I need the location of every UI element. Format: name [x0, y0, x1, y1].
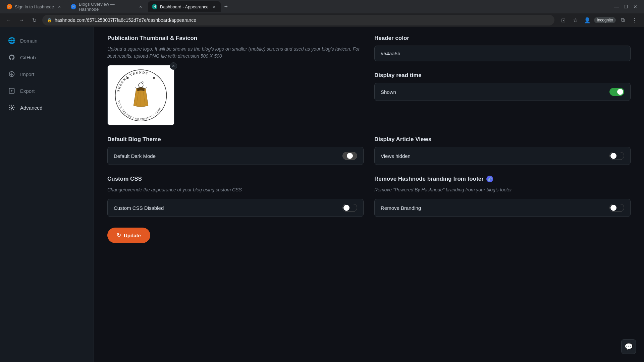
update-button[interactable]: ↻ Update — [107, 228, 150, 243]
tab-close-1[interactable]: ✕ — [57, 4, 62, 9]
header-color-section: Header color Display read time Shown — [374, 35, 631, 125]
svg-point-2 — [11, 107, 13, 109]
blog-theme-row: Default Dark Mode — [107, 147, 364, 165]
main-content: Publication Thumbnail & Favicon Upload a… — [94, 27, 644, 362]
article-views-title: Display Article Views — [374, 136, 631, 143]
profile-icon[interactable]: 👤 — [582, 15, 593, 25]
tab-close-3[interactable]: ✕ — [211, 4, 217, 9]
advanced-icon — [8, 104, 15, 111]
header-color-title: Header color — [374, 35, 631, 42]
chat-icon: 💬 — [625, 343, 633, 351]
dark-mode-label: Default Dark Mode — [114, 153, 156, 159]
sidebar-label-export: Export — [20, 88, 35, 94]
sidebar-item-advanced[interactable]: Advanced — [0, 99, 94, 116]
sidebar-item-github[interactable]: GitHub — [0, 49, 94, 66]
tab-favicon-2: H — [71, 4, 76, 9]
export-icon — [8, 87, 15, 95]
custom-css-section: Custom CSS Change/override the appearanc… — [107, 176, 364, 217]
display-read-time-title: Display read time — [374, 72, 631, 79]
sidebar-item-import[interactable]: Import — [0, 66, 94, 82]
svg-point-8 — [153, 77, 155, 78]
extensions-icon[interactable]: ⧉ — [617, 15, 628, 25]
remove-branding-description: Remove "Powered By Hashnode" branding fr… — [374, 186, 631, 193]
sidebar-item-export[interactable]: Export — [0, 82, 94, 99]
url-text: hashnode.com/6571258037f7fa8c152d7d7e/da… — [55, 17, 196, 23]
custom-css-toggle[interactable] — [342, 204, 357, 212]
github-icon — [8, 54, 15, 61]
remove-branding-knob — [610, 205, 616, 211]
thumbnail-image: SHEENA TRENDS YOUR TRENDY AND FRIENDLY S… — [107, 65, 174, 125]
bookmark-icon[interactable]: ☆ — [570, 15, 581, 25]
minimize-button[interactable]: — — [613, 3, 620, 10]
thumbnail-title: Publication Thumbnail & Favicon — [107, 35, 364, 42]
remove-branding-row: Remove Branding — [374, 199, 631, 217]
sidebar-label-domain: Domain — [20, 38, 38, 44]
middle-section: Default Blog Theme Default Dark Mode Dis… — [107, 136, 631, 165]
tab-favicon-1: H — [7, 4, 12, 9]
sidebar-item-domain[interactable]: 🌐 Domain — [0, 32, 94, 49]
top-section: Publication Thumbnail & Favicon Upload a… — [107, 35, 631, 125]
custom-css-label: Custom CSS Disabled — [114, 205, 164, 211]
url-bar[interactable]: 🔒 hashnode.com/6571258037f7fa8c152d7d7e/… — [42, 15, 554, 25]
toggle-knob — [617, 89, 623, 95]
blog-theme-section: Default Blog Theme Default Dark Mode — [107, 136, 364, 165]
back-button[interactable]: ← — [4, 15, 13, 25]
article-views-section: Display Article Views Views hidden — [374, 136, 631, 165]
address-bar: ← → ↻ 🔒 hashnode.com/6571258037f7fa8c152… — [0, 13, 644, 27]
menu-icon[interactable]: ⋮ — [629, 15, 640, 25]
tab-sign-in[interactable]: H Sign in to Hashnode ✕ — [3, 1, 66, 12]
lock-icon: 🔒 — [47, 18, 52, 22]
remove-branding-toggle[interactable] — [609, 204, 624, 212]
tab-close-2[interactable]: ✕ — [138, 4, 143, 9]
toolbar-icons: ⊡ ☆ 👤 Incognito ⧉ ⋮ — [558, 15, 640, 25]
display-read-time-row: Shown — [374, 83, 631, 101]
article-views-toggle[interactable] — [609, 152, 624, 160]
update-icon: ↻ — [117, 232, 121, 238]
branding-title-row: Remove Hashnode branding from footer 🔗 — [374, 176, 631, 182]
cast-icon[interactable]: ⊡ — [558, 15, 569, 25]
incognito-badge: Incognito — [594, 17, 616, 23]
blog-theme-title: Default Blog Theme — [107, 136, 364, 143]
shown-label: Shown — [381, 89, 396, 95]
thumbnail-wrapper: SHEENA TRENDS YOUR TRENDY AND FRIENDLY S… — [107, 65, 174, 125]
forward-button[interactable]: → — [17, 15, 26, 25]
premium-badge: 🔗 — [486, 176, 493, 182]
custom-css-title: Custom CSS — [107, 176, 364, 182]
tab-label-2: Blogs Overview — Hashnode — [79, 2, 135, 12]
close-button[interactable]: ✕ — [632, 3, 639, 10]
dark-mode-knob — [347, 153, 353, 159]
import-icon — [8, 70, 15, 78]
custom-css-row: Custom CSS Disabled — [107, 199, 364, 217]
bottom-section: Custom CSS Change/override the appearanc… — [107, 176, 631, 217]
header-color-input[interactable] — [374, 46, 631, 61]
remove-branding-section: Remove Hashnode branding from footer 🔗 R… — [374, 176, 631, 217]
window-controls: — ❐ ✕ — [613, 3, 641, 10]
tab-blogs-overview[interactable]: H Blogs Overview — Hashnode ✕ — [67, 1, 147, 12]
tab-favicon-3: H — [152, 4, 157, 9]
tab-dashboard[interactable]: H Dashboard - Appearance ✕ — [148, 1, 221, 12]
tab-label-3: Dashboard - Appearance — [160, 4, 209, 9]
tab-bar: H Sign in to Hashnode ✕ H Blogs Overview… — [0, 0, 644, 13]
sidebar: 🌐 Domain GitHub Import — [0, 27, 94, 362]
restore-button[interactable]: ❐ — [623, 3, 629, 10]
svg-point-7 — [127, 77, 128, 78]
sidebar-label-import: Import — [20, 71, 35, 77]
thumbnail-section: Publication Thumbnail & Favicon Upload a… — [107, 35, 364, 125]
display-read-time-toggle[interactable] — [609, 88, 624, 96]
app-layout: 🌐 Domain GitHub Import — [0, 27, 644, 362]
remove-branding-label: Remove Branding — [381, 205, 421, 211]
views-toggle-knob — [610, 153, 616, 159]
views-hidden-label: Views hidden — [381, 153, 411, 159]
sidebar-label-advanced: Advanced — [20, 105, 43, 111]
custom-css-description: Change/override the appearance of your b… — [107, 186, 364, 193]
article-views-row: Views hidden — [374, 147, 631, 165]
chat-bubble[interactable]: 💬 — [621, 339, 636, 354]
update-label: Update — [124, 233, 141, 238]
browser-chrome: H Sign in to Hashnode ✕ H Blogs Overview… — [0, 0, 644, 27]
display-read-time-section: Display read time Shown — [374, 72, 631, 101]
dark-mode-toggle[interactable] — [342, 152, 357, 160]
thumbnail-close-button[interactable]: ✕ — [170, 62, 177, 70]
reload-button[interactable]: ↻ — [30, 15, 39, 25]
globe-icon: 🌐 — [8, 37, 15, 44]
new-tab-button[interactable]: + — [221, 2, 231, 11]
